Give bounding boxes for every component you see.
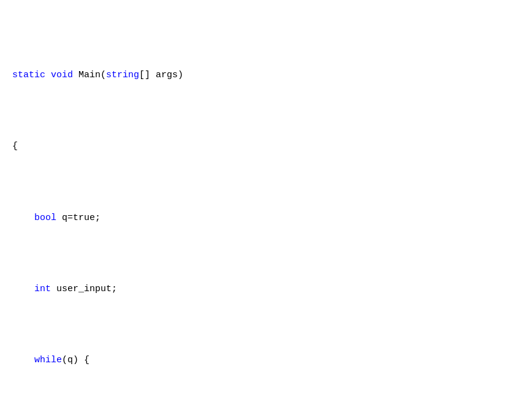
kw-while: while [34,355,62,365]
args: [] args) [139,70,183,80]
kw-int: int [34,284,56,294]
kw-void: void [51,70,78,80]
line-3: bool q=true; [12,211,520,225]
line-2: { [12,139,520,153]
line-1: static void Main(string[] args) [12,68,520,82]
kw-static: static [12,70,51,80]
code-window: static void Main(string[] args) { bool q… [0,0,532,407]
code-block: static void Main(string[] args) { bool q… [12,11,520,407]
kw-string: string [106,70,139,80]
kw-bool: bool [34,213,62,223]
fn-main: Main( [78,70,106,80]
line-4: int user_input; [12,282,520,296]
line-5: while(q) { [12,353,520,367]
